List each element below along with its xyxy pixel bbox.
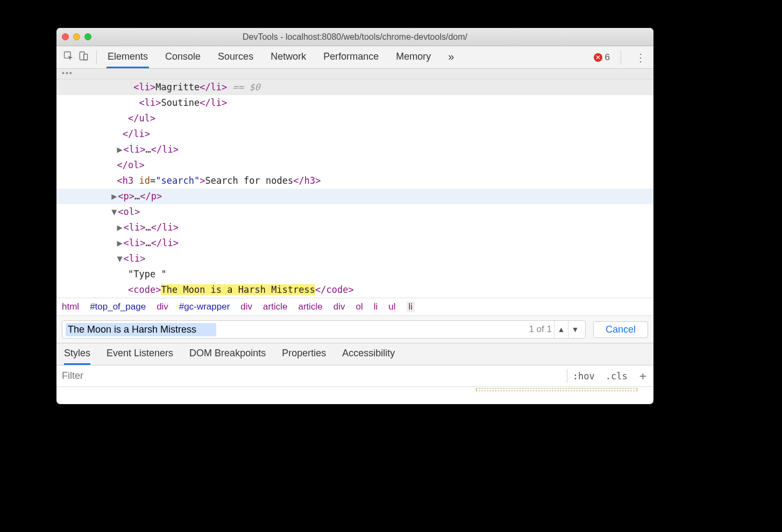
dom-row[interactable]: <code>The Moon is a Harsh Mistress</code… [56,282,653,298]
dom-row[interactable]: ▶<li>…</li> [56,235,653,251]
tab-sources[interactable]: Sources [217,46,254,68]
search-box: 1 of 1 ▲ ▼ [62,320,586,339]
styles-filter-row: :hov .cls + [56,365,653,386]
subtab-dom-breakpoints[interactable]: DOM Breakpoints [189,348,266,365]
crumb-ol[interactable]: ol [356,301,363,312]
panel-tabs: Elements Console Sources Network Perform… [106,46,594,69]
subtab-accessibility[interactable]: Accessibility [342,348,395,365]
expand-arrow-icon[interactable]: ▼ [111,204,118,220]
tab-memory[interactable]: Memory [395,46,432,68]
crumb-html[interactable]: html [62,301,79,312]
kebab-icon[interactable]: ⋮ [632,51,649,64]
dashed-box [476,388,637,391]
cls-button[interactable]: .cls [600,371,633,382]
divider [621,51,621,64]
search-next-icon[interactable]: ▼ [568,321,582,338]
search-input[interactable] [66,323,529,336]
dom-row[interactable]: ▶<li>…</li> [56,220,653,235]
tab-network[interactable]: Network [269,46,307,68]
crumb-article[interactable]: article [263,301,287,312]
crumb-li[interactable]: li [374,301,378,312]
search-prev-icon[interactable]: ▲ [554,321,568,338]
svg-rect-2 [84,54,88,60]
crumb-li[interactable]: li [407,301,415,312]
styles-filter-left [56,370,567,382]
window-title: DevTools - localhost:8080/web/tools/chro… [56,32,653,42]
dom-row[interactable]: ▶<li>…</li> [56,142,653,157]
search-bar: 1 of 1 ▲ ▼ Cancel [56,315,653,343]
toolbar-right: ✕ 6 ⋮ [594,51,649,64]
dom-tree[interactable]: <li>Magritte</li> == $0 <li>Soutine</li>… [56,80,653,298]
dom-row[interactable]: </ol> [56,157,653,173]
titlebar: DevTools - localhost:8080/web/tools/chro… [56,28,653,46]
tab-overflow[interactable]: » [447,46,455,69]
dom-row[interactable]: "Type " [56,267,653,282]
dom-row[interactable]: </ul> [56,111,653,126]
crumb-div[interactable]: div [240,301,252,312]
dom-row[interactable]: ▼<ol> [56,204,653,220]
crumb-gcwrapper[interactable]: #gc-wrapper [179,301,230,312]
overflow-row[interactable]: ••• [56,69,653,80]
main-toolbar: Elements Console Sources Network Perform… [56,46,653,69]
devtools-window: DevTools - localhost:8080/web/tools/chro… [56,28,653,404]
divider [96,51,97,64]
error-count: 6 [605,52,610,63]
crumb-topofpage[interactable]: #top_of_page [90,301,146,312]
add-rule-icon[interactable]: + [633,369,653,383]
crumb-ul[interactable]: ul [388,301,395,312]
dom-row[interactable]: ▼<li> [56,251,653,267]
styles-filter-input[interactable] [62,370,561,382]
search-count: 1 of 1 [529,324,552,335]
breadcrumb: html#top_of_pagediv#gc-wrapperdivarticle… [56,298,653,315]
device-icon[interactable] [76,51,91,64]
crumb-article[interactable]: article [298,301,322,312]
error-icon: ✕ [594,53,602,62]
crumb-div[interactable]: div [157,301,168,312]
tab-performance[interactable]: Performance [322,46,380,68]
dom-row[interactable]: <li>Magritte</li> == $0 [56,80,653,95]
error-badge[interactable]: ✕ 6 [594,52,610,63]
tab-elements[interactable]: Elements [106,46,149,68]
dom-row[interactable]: <li>Soutine</li> [56,95,653,111]
crumb-div[interactable]: div [333,301,345,312]
subtab-event-listeners[interactable]: Event Listeners [106,348,173,365]
expand-arrow-icon[interactable]: ▶ [117,235,124,251]
styles-filter-buttons: :hov .cls + [567,369,653,383]
dom-row[interactable]: <h3 id="search">Search for nodes</h3> [56,173,653,189]
styles-pane [56,386,653,392]
expand-arrow-icon[interactable]: ▼ [117,251,124,267]
dom-row[interactable]: </li> [56,126,653,142]
subtab-styles[interactable]: Styles [64,348,90,365]
cancel-button[interactable]: Cancel [593,321,648,338]
hov-button[interactable]: :hov [567,371,600,382]
subtab-properties[interactable]: Properties [282,348,326,365]
expand-arrow-icon[interactable]: ▶ [111,189,118,204]
expand-arrow-icon[interactable]: ▶ [117,142,124,157]
tab-console[interactable]: Console [164,46,202,68]
dom-row[interactable]: ▶<p>…</p> [56,189,653,204]
styles-tabs: Styles Event Listeners DOM Breakpoints P… [56,343,653,365]
expand-arrow-icon[interactable]: ▶ [117,220,124,235]
inspect-icon[interactable] [61,51,76,64]
